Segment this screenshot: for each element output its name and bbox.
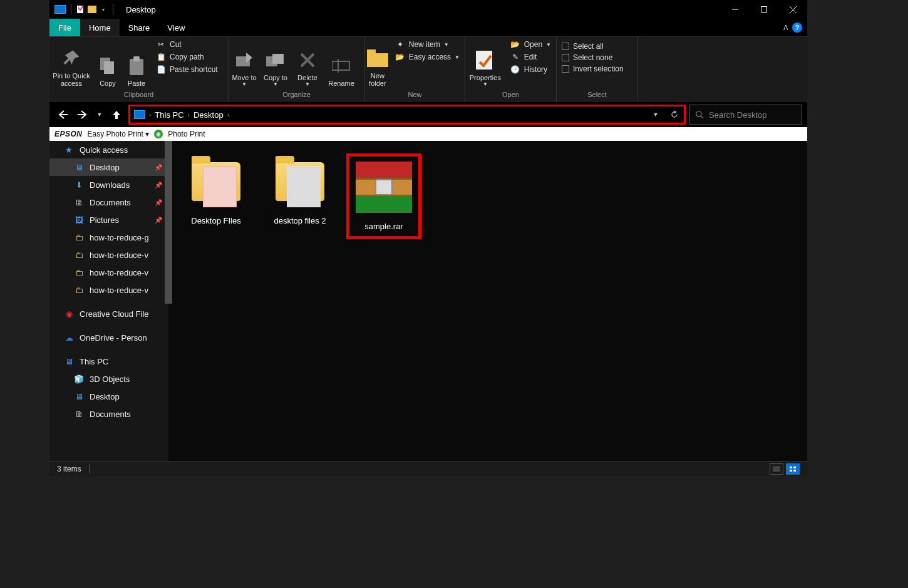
file-list[interactable]: Desktop FIles desktop files 2 sample.rar — [168, 141, 807, 461]
easy-access-icon: 📂 — [395, 52, 405, 62]
search-input[interactable]: Search Desktop — [689, 105, 802, 125]
minimize-button[interactable] — [721, 0, 750, 19]
file-item-rar-highlighted[interactable]: sample.rar — [346, 153, 421, 239]
tab-share[interactable]: Share — [120, 19, 159, 36]
rename-button[interactable]: Rename — [324, 37, 359, 91]
pin-icon: 📌 — [155, 182, 162, 188]
new-item-button[interactable]: ✦New item ▼ — [395, 39, 460, 49]
file-item-folder[interactable]: Desktop FIles — [178, 153, 254, 225]
invert-selection-icon — [562, 65, 569, 73]
invert-selection-button[interactable]: Invert selection — [562, 64, 624, 73]
svg-rect-8 — [104, 61, 114, 74]
qat-newfolder-icon[interactable] — [88, 5, 96, 14]
tab-file[interactable]: File — [49, 19, 80, 36]
chevron-right-icon[interactable]: › — [227, 111, 229, 118]
sidebar-item-desktop2[interactable]: 🖥Desktop — [49, 388, 168, 405]
sidebar-item-3d-objects[interactable]: 🧊3D Objects — [49, 370, 168, 388]
scissors-icon: ✂ — [156, 39, 166, 49]
sidebar-item-desktop[interactable]: 🖥Desktop📌 — [49, 158, 168, 176]
title-bar: ▾ Desktop — [49, 0, 807, 19]
item-count: 3 items — [57, 465, 81, 473]
cut-button[interactable]: ✂Cut — [156, 39, 218, 49]
select-none-button[interactable]: Select none — [562, 53, 624, 62]
easy-access-button[interactable]: 📂Easy access ▼ — [395, 52, 460, 62]
paste-icon — [128, 52, 145, 80]
breadcrumb-thispc[interactable]: This PC — [155, 110, 183, 120]
sidebar-item-downloads[interactable]: ⬇Downloads📌 — [49, 176, 168, 193]
status-bar: 3 items — [49, 461, 807, 476]
edit-button[interactable]: ✎Edit — [510, 52, 551, 62]
move-to-button[interactable]: Move to▼ — [229, 37, 260, 91]
chevron-right-icon[interactable]: › — [188, 111, 190, 118]
new-folder-button[interactable]: New folder — [365, 37, 390, 91]
recent-locations-button[interactable]: ▼ — [95, 106, 105, 123]
collapse-ribbon-icon[interactable]: ᐱ — [783, 24, 788, 32]
properties-button[interactable]: Properties▼ — [465, 37, 505, 91]
breadcrumb-desktop[interactable]: Desktop — [193, 110, 224, 120]
help-icon[interactable]: ? — [792, 23, 802, 33]
svg-rect-19 — [367, 49, 376, 54]
select-all-button[interactable]: Select all — [562, 42, 624, 51]
svg-rect-10 — [133, 56, 140, 61]
sidebar-quick-access[interactable]: ★Quick access — [49, 141, 168, 158]
scrollbar-thumb[interactable] — [165, 141, 172, 304]
divider — [113, 4, 113, 15]
history-button[interactable]: 🕑History — [510, 64, 551, 75]
svg-rect-1 — [88, 6, 96, 13]
svg-rect-29 — [793, 470, 796, 472]
sidebar-item-pictures[interactable]: 🖼Pictures📌 — [49, 211, 168, 229]
this-pc-icon: 🖥 — [63, 357, 75, 366]
select-all-icon — [562, 43, 569, 50]
sidebar-item-folder[interactable]: 🗀how-to-reduce-g — [49, 229, 168, 246]
edit-icon: ✎ — [510, 52, 520, 62]
svg-line-22 — [701, 116, 703, 118]
tab-home[interactable]: Home — [80, 19, 120, 36]
tab-view[interactable]: View — [158, 19, 193, 36]
sidebar-item-documents[interactable]: 🗎Documents📌 — [49, 193, 168, 211]
sidebar-item-folder[interactable]: 🗀how-to-reduce-v — [49, 246, 168, 264]
divider — [89, 465, 90, 473]
sidebar-creative-cloud[interactable]: ◉Creative Cloud File — [49, 305, 168, 322]
refresh-button[interactable] — [665, 106, 684, 123]
file-item-folder[interactable]: desktop files 2 — [262, 153, 338, 225]
move-to-icon — [235, 46, 254, 74]
qat-dropdown-icon[interactable]: ▾ — [99, 5, 108, 14]
group-label-clipboard: Clipboard — [49, 91, 228, 102]
delete-icon — [300, 46, 315, 74]
up-button[interactable] — [108, 106, 125, 123]
address-history-button[interactable]: ▼ — [646, 106, 665, 123]
paste-shortcut-button[interactable]: 📄Paste shortcut — [156, 64, 218, 75]
desktop-icon: 🖥 — [73, 163, 85, 172]
open-button[interactable]: 📂Open ▼ — [510, 39, 551, 49]
paste-button[interactable]: Paste — [122, 37, 151, 91]
maximize-button[interactable] — [750, 0, 778, 19]
pin-icon — [62, 44, 81, 72]
pin-to-quick-access-button[interactable]: Pin to Quick access — [49, 37, 93, 91]
thumbnails-view-button[interactable] — [786, 463, 800, 475]
sidebar-onedrive[interactable]: ☁OneDrive - Person — [49, 329, 168, 346]
window-title: Desktop — [126, 5, 156, 14]
photo-print-button[interactable]: Photo Print — [168, 130, 205, 138]
star-icon: ★ — [63, 145, 75, 155]
address-bar-highlight: › This PC › Desktop › ▼ — [128, 105, 686, 125]
close-button[interactable] — [778, 0, 807, 19]
forward-button[interactable] — [75, 106, 91, 123]
epson-brand: EPSON — [54, 130, 83, 138]
easy-photo-print-button[interactable]: Easy Photo Print ▾ — [88, 130, 150, 138]
copy-path-button[interactable]: 📋Copy path — [156, 52, 218, 62]
sidebar-item-folder[interactable]: 🗀how-to-reduce-v — [49, 264, 168, 281]
copy-to-button[interactable]: Copy to▼ — [260, 37, 291, 91]
chevron-right-icon[interactable]: › — [149, 111, 151, 118]
pin-icon: 📌 — [155, 164, 162, 171]
sidebar-item-documents2[interactable]: 🗎Documents — [49, 405, 168, 423]
sidebar-this-pc[interactable]: 🖥This PC — [49, 353, 168, 370]
copy-button[interactable]: Copy — [93, 37, 122, 91]
details-view-button[interactable] — [770, 463, 783, 475]
svg-rect-13 — [272, 54, 284, 64]
address-bar[interactable]: › This PC › Desktop › — [130, 110, 646, 120]
qat-properties-icon[interactable] — [76, 5, 85, 14]
sidebar-item-folder[interactable]: 🗀how-to-reduce-v — [49, 281, 168, 299]
delete-button[interactable]: Delete▼ — [291, 37, 324, 91]
back-button[interactable] — [54, 106, 71, 123]
svg-rect-27 — [793, 467, 796, 468]
